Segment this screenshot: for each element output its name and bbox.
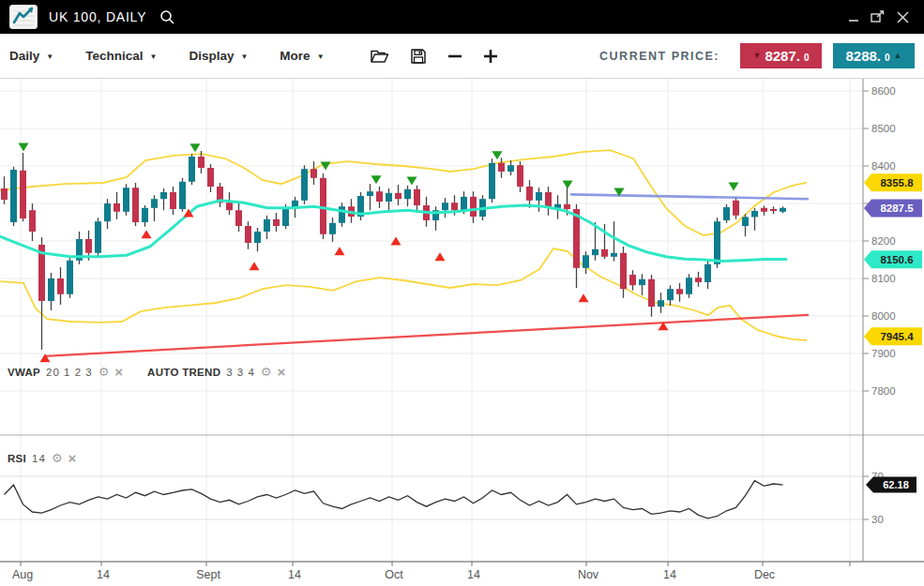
price-tick-label: 8000 (871, 310, 896, 322)
more-dropdown[interactable]: More ▼ (280, 49, 324, 63)
price-tick-label: 8400 (871, 160, 896, 172)
open-folder-icon[interactable] (370, 48, 389, 64)
sell-signal-triangle (563, 181, 573, 189)
chevron-down-icon: ▼ (317, 53, 325, 61)
technical-dropdown-label: Technical (85, 49, 143, 63)
auto-trend-indicator-params: 3 3 4 (226, 367, 255, 378)
display-dropdown[interactable]: Display ▼ (189, 49, 248, 63)
price-tick-label: 8600 (871, 85, 896, 97)
candle (395, 193, 401, 199)
buy-signal-triangle (142, 230, 152, 238)
candle (686, 278, 692, 294)
sell-price-badge[interactable]: ▼ 8287.0 (740, 43, 822, 68)
candle (254, 232, 261, 243)
date-tick-label: 14 (288, 568, 301, 581)
rsi-value-badge-value: 62.18 (883, 479, 909, 490)
candle (751, 211, 758, 217)
current-price-label: CURRENT PRICE: (599, 50, 720, 63)
rsi-remove-icon[interactable]: × (68, 451, 77, 465)
search-icon[interactable] (159, 9, 175, 25)
buy-signal-triangle (250, 262, 260, 270)
auto-trend-settings-gear-icon[interactable]: ⚙ (261, 366, 272, 378)
vwap-indicator-params: 20 1 2 3 (46, 367, 93, 378)
date-tick-label: 14 (663, 568, 676, 581)
candle (114, 203, 120, 212)
buy-signal-triangle (579, 293, 589, 302)
vwap-settings-gear-icon[interactable]: ⚙ (98, 366, 110, 378)
candle (104, 203, 111, 221)
app-logo-icon (9, 5, 38, 29)
candle (704, 264, 711, 282)
save-icon[interactable] (410, 48, 427, 65)
candle (29, 210, 36, 232)
candle (639, 279, 645, 285)
zoom-out-icon[interactable] (447, 49, 462, 64)
vwap-indicator-label: VWAP (8, 367, 40, 378)
vwap-remove-icon[interactable]: × (114, 365, 123, 379)
sell-price-value: 8287. (765, 48, 800, 64)
close-button[interactable] (890, 7, 915, 27)
zoom-in-icon[interactable] (483, 49, 498, 64)
axis-price-badge-value: 8150.6 (880, 254, 913, 265)
candle (57, 278, 64, 294)
candle (48, 278, 54, 301)
date-tick-label: Nov (578, 568, 599, 581)
sell-signal-triangle (190, 143, 201, 152)
current-price-panel: CURRENT PRICE: ▼ 8287.0 8288.0 ▲ (599, 43, 915, 68)
candle (301, 169, 308, 201)
buy-price-badge[interactable]: 8288.0 ▲ (833, 43, 915, 68)
buy-signal-triangle (335, 247, 345, 255)
candle (517, 165, 523, 187)
technical-dropdown[interactable]: Technical ▼ (85, 49, 157, 63)
price-tick-label: 7800 (871, 385, 896, 397)
candle (367, 191, 373, 196)
minimize-button[interactable] (841, 7, 866, 27)
auto-trend-remove-icon[interactable]: × (278, 365, 286, 379)
arrow-up-icon: ▲ (894, 52, 902, 60)
candle (282, 207, 289, 226)
display-dropdown-label: Display (189, 49, 234, 63)
popout-window-button[interactable] (866, 7, 890, 27)
candle (658, 300, 664, 307)
timeframe-dropdown[interactable]: Daily ▼ (9, 49, 53, 63)
candle (198, 157, 204, 168)
candle (620, 253, 627, 289)
candle (414, 189, 420, 205)
candle (245, 226, 251, 243)
candle (160, 192, 167, 199)
candle (564, 204, 570, 209)
candle (611, 253, 617, 257)
candle (320, 178, 326, 234)
date-tick-label: Aug (12, 568, 33, 581)
candle (386, 193, 392, 202)
rsi-indicator-params: 14 (32, 453, 46, 464)
signal-markers (19, 143, 739, 363)
candle (189, 157, 195, 182)
candle (311, 169, 317, 178)
price-axis[interactable]: 8600850084008300820081008000790078007030 (863, 85, 896, 525)
sell-signal-triangle (729, 183, 739, 191)
price-tick-label: 8100 (871, 273, 896, 284)
candle (404, 189, 411, 199)
auto-trend-indicator-label: AUTO TREND (147, 367, 220, 378)
rsi-settings-gear-icon[interactable]: ⚙ (52, 452, 63, 464)
candle (170, 192, 176, 209)
auto-trend-resistance (570, 194, 809, 199)
date-axis[interactable]: Aug14Sept14Oct14Nov14Dec (12, 562, 850, 581)
timeframe-dropdown-label: Daily (9, 49, 39, 63)
date-tick-label: Sept (196, 568, 220, 581)
candle (376, 191, 383, 202)
axis-price-badge-value: 8287.5 (880, 203, 914, 214)
chart-canvas[interactable]: 8600850084008300820081008000790078007030… (0, 79, 924, 586)
candle (629, 275, 636, 285)
buy-price-decimal: 0 (885, 53, 890, 63)
rsi-indicator-row: RSI 14 ⚙ × (8, 451, 76, 465)
candle (507, 165, 514, 172)
candle (123, 188, 129, 212)
sell-signal-triangle (407, 177, 417, 186)
candle (592, 249, 598, 255)
bollinger-upper-line (0, 150, 807, 235)
sell-signal-triangle (19, 143, 29, 152)
toolbar: Daily ▼ Technical ▼ Display ▼ More ▼ (0, 34, 924, 79)
price-tick-label: 7900 (871, 348, 896, 359)
